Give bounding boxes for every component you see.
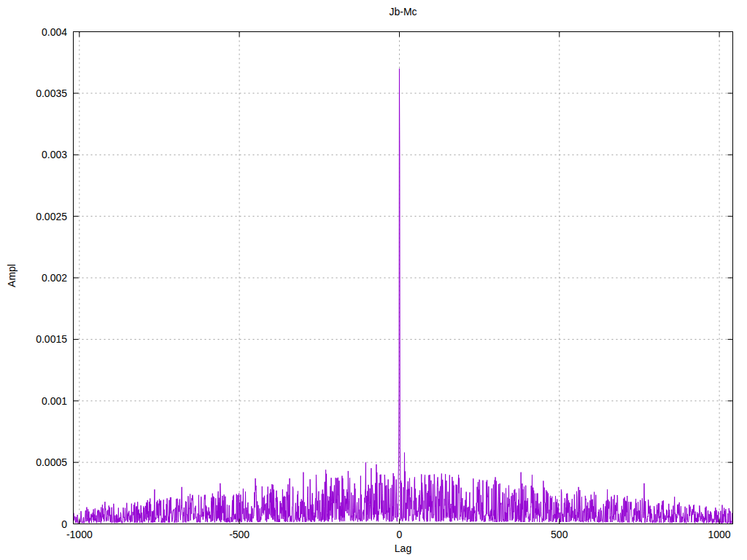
x-tick-label: 500 [527,528,592,541]
y-tick-label: 0.004 [6,26,67,39]
y-tick-label: 0.003 [6,148,67,161]
y-tick-label: 0.002 [6,271,67,284]
x-tick-label: 0 [366,528,432,541]
y-tick-label: 0.0015 [6,332,67,346]
y-tick-label: 0.0035 [6,87,67,100]
chart-title: Jb-Mc [73,6,733,18]
x-tick-label: 1000 [686,528,747,541]
x-tick-label: -500 [206,528,272,541]
x-tick-label: -1000 [47,528,112,541]
y-tick-label: 0.001 [6,394,67,408]
y-tick-label: 0.0005 [6,456,67,469]
series-line [74,69,733,523]
chart-window: Jb-Mc Ampl Lag 00.00050.0010.00150.0020.… [0,0,747,560]
grid-lines [74,32,733,524]
y-tick-label: 0.0025 [6,210,67,223]
x-axis-label: Lag [73,542,733,554]
plot-area [0,0,747,560]
